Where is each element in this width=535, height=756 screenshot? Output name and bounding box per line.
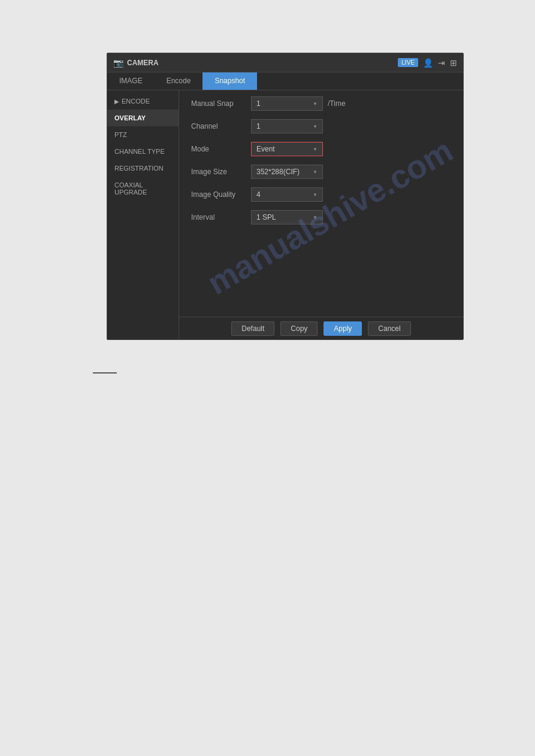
- panel-title: CAMERA: [127, 59, 159, 67]
- user-icon[interactable]: 👤: [423, 58, 433, 68]
- label-mode: Mode: [191, 145, 251, 153]
- sidebar-item-ptz[interactable]: PTZ: [107, 126, 179, 143]
- dropdown-image-size[interactable]: 352*288(CIF) ▼: [251, 165, 323, 179]
- cancel-button[interactable]: Cancel: [368, 321, 410, 336]
- sidebar-arrow-encode: ▶: [114, 98, 119, 105]
- footer-bar: Default Copy Apply Cancel: [179, 317, 463, 339]
- label-image-size: Image Size: [191, 168, 251, 176]
- tab-snapshot[interactable]: Snapshot: [202, 72, 257, 90]
- default-button[interactable]: Default: [231, 321, 274, 336]
- main-content: ▶ ENCODE OVERLAY PTZ CHANNEL TYPE REGIST…: [107, 90, 463, 339]
- control-manual-snap: 1 ▼ /Time: [251, 96, 346, 111]
- sidebar: ▶ ENCODE OVERLAY PTZ CHANNEL TYPE REGIST…: [107, 90, 179, 339]
- tab-encode[interactable]: Encode: [155, 72, 203, 90]
- manual-snap-suffix: /Time: [328, 99, 346, 108]
- sidebar-item-channel-type[interactable]: CHANNEL TYPE: [107, 143, 179, 160]
- dropdown-manual-snap[interactable]: 1 ▼: [251, 96, 323, 111]
- header-left: 📷 CAMERA: [113, 58, 159, 68]
- form-row-interval: Interval 1 SPL ▼: [191, 210, 451, 224]
- control-mode: Event ▼: [251, 142, 323, 156]
- control-image-quality: 4 ▼: [251, 187, 323, 202]
- form-row-manual-snap: Manual Snap 1 ▼ /Time: [191, 96, 451, 111]
- panel-header: 📷 CAMERA LIVE 👤 ⇥ ⊞: [107, 53, 463, 72]
- sidebar-item-registration[interactable]: REGISTRATION: [107, 160, 179, 177]
- control-image-size: 352*288(CIF) ▼: [251, 165, 323, 179]
- dropdown-mode[interactable]: Event ▼: [251, 142, 323, 156]
- page-wrapper: 📷 CAMERA LIVE 👤 ⇥ ⊞ IMAGE Encode Snapsho…: [0, 0, 535, 756]
- tab-bar: IMAGE Encode Snapshot: [107, 72, 463, 90]
- form-row-channel: Channel 1 ▼: [191, 119, 451, 133]
- dropdown-arrow-manual-snap: ▼: [313, 101, 318, 107]
- camera-icon: 📷: [113, 58, 123, 68]
- form-row-image-quality: Image Quality 4 ▼: [191, 187, 451, 202]
- sidebar-item-coaxial-upgrade[interactable]: COAXIAL UPGRADE: [107, 177, 179, 201]
- dropdown-arrow-interval: ▼: [313, 215, 318, 220]
- apply-button[interactable]: Apply: [324, 321, 362, 336]
- tab-image[interactable]: IMAGE: [107, 72, 155, 90]
- dropdown-arrow-image-quality: ▼: [313, 192, 318, 198]
- logout-icon[interactable]: ⇥: [438, 58, 445, 68]
- form-area: Manual Snap 1 ▼ /Time Channel: [179, 90, 463, 317]
- label-interval: Interval: [191, 213, 251, 221]
- form-row-image-size: Image Size 352*288(CIF) ▼: [191, 165, 451, 179]
- dropdown-channel[interactable]: 1 ▼: [251, 119, 323, 133]
- grid-icon[interactable]: ⊞: [450, 58, 457, 68]
- label-image-quality: Image Quality: [191, 190, 251, 199]
- dropdown-interval[interactable]: 1 SPL ▼: [251, 210, 323, 224]
- content-area: Manual Snap 1 ▼ /Time Channel: [179, 90, 463, 339]
- live-badge: LIVE: [398, 58, 418, 67]
- dropdown-image-quality[interactable]: 4 ▼: [251, 187, 323, 202]
- sidebar-item-encode[interactable]: ▶ ENCODE: [107, 93, 179, 110]
- dropdown-arrow-image-size: ▼: [313, 169, 318, 175]
- dropdown-arrow-channel: ▼: [313, 124, 318, 129]
- form-row-mode: Mode Event ▼: [191, 142, 451, 156]
- header-right: LIVE 👤 ⇥ ⊞: [398, 58, 457, 68]
- label-channel: Channel: [191, 122, 251, 130]
- sidebar-item-overlay[interactable]: OVERLAY: [107, 110, 179, 126]
- copy-button[interactable]: Copy: [280, 321, 318, 336]
- underline: [93, 372, 117, 374]
- control-interval: 1 SPL ▼: [251, 210, 323, 224]
- dropdown-arrow-mode: ▼: [313, 147, 318, 152]
- control-channel: 1 ▼: [251, 119, 323, 133]
- camera-panel: 📷 CAMERA LIVE 👤 ⇥ ⊞ IMAGE Encode Snapsho…: [107, 53, 464, 340]
- label-manual-snap: Manual Snap: [191, 99, 251, 108]
